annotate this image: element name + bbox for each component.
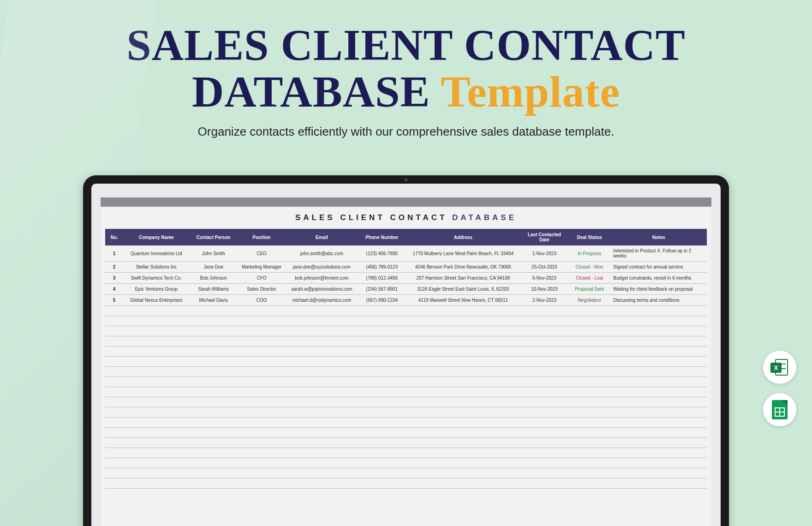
subtitle: Organize contacts efficiently with our c…	[0, 125, 812, 139]
format-badges: X	[763, 351, 796, 426]
title-word-template: Template	[441, 67, 620, 116]
cell-date: 5-Nov-2023	[520, 273, 568, 284]
empty-row	[105, 428, 707, 438]
title-line-1: SALES CLIENT CONTACT	[0, 22, 812, 69]
col-no: No.	[105, 229, 123, 245]
col-status: Deal Status	[568, 229, 610, 245]
cell-no: 4	[105, 284, 123, 295]
cell-phone: (456) 789-0123	[358, 262, 406, 273]
empty-row	[105, 306, 707, 316]
col-email: Email	[286, 229, 358, 245]
cell-contact: John Smith	[190, 245, 238, 262]
cell-contact: Jane Doe	[190, 262, 238, 273]
title-word-database: DATABASE	[192, 67, 430, 116]
cell-no: 1	[105, 245, 123, 262]
cell-phone: (234) 567-8901	[358, 284, 406, 295]
table-row: 4Epic Ventures GroupSarah WilliamsSales …	[105, 284, 707, 295]
document-topbar	[101, 197, 711, 207]
empty-row	[105, 347, 707, 357]
cell-address: 4246 Benson Park Drive Newcastle, OK 730…	[406, 262, 520, 273]
empty-cell	[105, 377, 707, 387]
cell-status: Proposal Sent	[568, 284, 610, 295]
empty-cell	[105, 316, 707, 326]
cell-company: Epic Ventures Group	[123, 284, 189, 295]
cell-notes: Budget constraints, revisit in 6 months	[610, 273, 707, 284]
cell-date: 10-Nov-2023	[520, 284, 568, 295]
cell-date: 25-Oct-2023	[520, 262, 568, 273]
empty-cell	[105, 428, 707, 438]
contacts-table: No. Company Name Contact Person Position…	[105, 229, 707, 489]
col-notes: Notes	[610, 229, 707, 245]
empty-cell	[105, 478, 707, 489]
empty-row	[105, 438, 707, 448]
cell-address: 207 Harrison Street San Francisco, CA 94…	[406, 273, 520, 284]
empty-row	[105, 418, 707, 428]
col-address: Address	[406, 229, 520, 245]
cell-email: john.smith@abc.com	[286, 245, 358, 262]
laptop-screen: SALES CLIENT CONTACT DATABASE No. Compan…	[91, 184, 721, 526]
col-phone: Phone Number	[358, 229, 406, 245]
empty-row	[105, 326, 707, 336]
empty-cell	[105, 347, 707, 357]
col-date: Last Contacted Date	[520, 229, 568, 245]
empty-cell	[105, 357, 707, 367]
cell-position: CEO	[238, 245, 286, 262]
cell-email: michael.d@rstdynamics.com	[286, 295, 358, 306]
empty-row	[105, 336, 707, 347]
cell-notes: Interested in Product X. Follow up in 2 …	[610, 245, 707, 262]
table-row: 5Global Nexus EnterprisesMichael DavisCO…	[105, 295, 707, 306]
cell-position: Marketing Manager	[238, 262, 286, 273]
empty-cell	[105, 387, 707, 397]
cell-status: Closed - Won	[568, 262, 610, 273]
empty-row	[105, 458, 707, 468]
col-position: Position	[238, 229, 286, 245]
empty-row	[105, 357, 707, 367]
cell-email: sarah.w@pqrinnovations.com	[286, 284, 358, 295]
google-sheets-badge[interactable]	[763, 393, 796, 426]
cell-email: jane.doe@xyzsolutions.com	[286, 262, 358, 273]
cell-position: CFO	[238, 273, 286, 284]
laptop-mockup: SALES CLIENT CONTACT DATABASE No. Compan…	[83, 175, 729, 526]
cell-position: COO	[238, 295, 286, 306]
cell-date: 1-Nov-2023	[520, 245, 568, 262]
cell-status: In Progress	[568, 245, 610, 262]
empty-cell	[105, 448, 707, 458]
cell-phone: (789) 012-3456	[358, 273, 406, 284]
cell-phone: (567) 890-1234	[358, 295, 406, 306]
empty-cell	[105, 458, 707, 468]
cell-company: Global Nexus Enterprises	[123, 295, 189, 306]
table-header-row: No. Company Name Contact Person Position…	[105, 229, 707, 245]
cell-contact: Sarah Williams	[190, 284, 238, 295]
empty-cell	[105, 397, 707, 407]
empty-row	[105, 407, 707, 418]
cell-status: Negotiation	[568, 295, 610, 306]
empty-cell	[105, 468, 707, 478]
cell-no: 3	[105, 273, 123, 284]
empty-row	[105, 316, 707, 326]
empty-cell	[105, 438, 707, 448]
title-line-2: DATABASE Template	[0, 69, 812, 115]
cell-address: 1770 Mulberry Lane West Palm Beach, FL 3…	[406, 245, 520, 262]
cell-notes: Signed contract for annual service	[610, 262, 707, 273]
doc-title-prefix: SALES CLIENT CONTACT	[295, 213, 447, 222]
google-sheets-icon	[772, 400, 788, 419]
table-wrapper: No. Company Name Contact Person Position…	[101, 229, 711, 489]
cell-contact: Bob Johnson	[190, 273, 238, 284]
excel-badge[interactable]: X	[763, 351, 796, 384]
cell-address: 4119 Maxwell Street New Haven, CT 06511	[406, 295, 520, 306]
camera-dot	[405, 178, 408, 181]
empty-row	[105, 468, 707, 478]
col-contact: Contact Person	[190, 229, 238, 245]
cell-notes: Discussing terms and conditions	[610, 295, 707, 306]
empty-row	[105, 397, 707, 407]
table-row: 1Quantum Innovations LtdJohn SmithCEOjoh…	[105, 245, 707, 262]
excel-icon: X	[770, 358, 789, 377]
cell-company: Quantum Innovations Ltd	[123, 245, 189, 262]
cell-notes: Waiting for client feedback on proposal	[610, 284, 707, 295]
table-body: 1Quantum Innovations LtdJohn SmithCEOjoh…	[105, 245, 707, 489]
col-company: Company Name	[123, 229, 189, 245]
cell-company: Swift Dynamics Tech Co.	[123, 273, 189, 284]
document-title: SALES CLIENT CONTACT DATABASE	[101, 207, 711, 229]
empty-row	[105, 448, 707, 458]
cell-status: Closed - Lost	[568, 273, 610, 284]
